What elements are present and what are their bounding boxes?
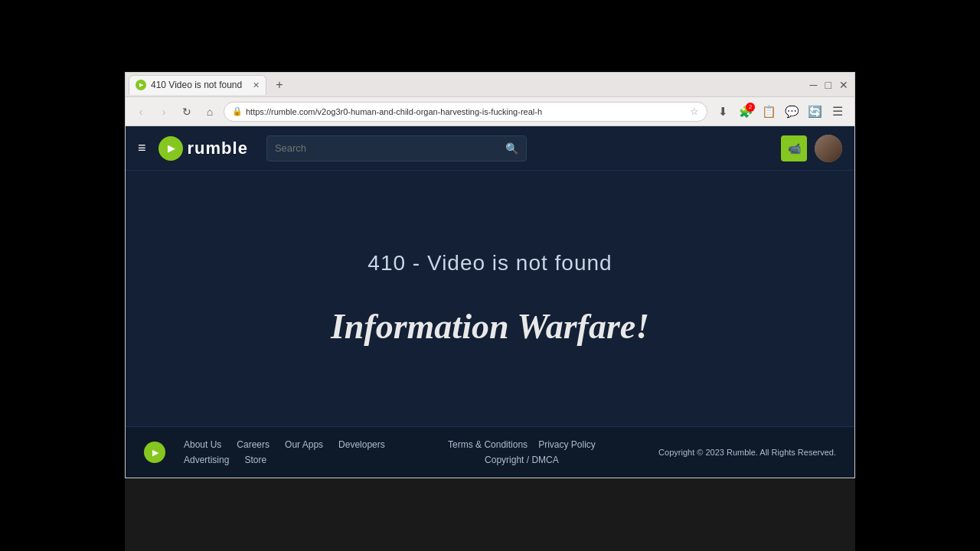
footer-legal: Terms & Conditions Privacy Policy Copyri… <box>448 439 596 465</box>
sync-icon[interactable]: 🔄 <box>804 101 825 122</box>
user-avatar[interactable] <box>815 135 842 162</box>
hamburger-menu[interactable]: ≡ <box>138 140 146 156</box>
privacy-link[interactable]: Privacy Policy <box>538 439 596 450</box>
error-brand-text: Information Warfare! <box>331 306 649 347</box>
legal-row-2: Copyright / DMCA <box>485 455 559 465</box>
home-button[interactable]: ⌂ <box>201 103 219 121</box>
header-actions: 📹 <box>781 135 842 162</box>
avatar-image <box>815 135 842 162</box>
url-text: https://rumble.com/v2og3r0-human-and-chi… <box>246 107 687 116</box>
search-icon: 🔍 <box>505 142 518 155</box>
footer-link-apps[interactable]: Our Apps <box>285 439 323 450</box>
rumble-logo[interactable]: rumble <box>158 136 248 161</box>
tab-close-button[interactable]: ✕ <box>253 80 260 90</box>
extensions-icon[interactable]: 🧩 2 <box>735 101 756 122</box>
close-button[interactable]: ✕ <box>836 77 851 93</box>
rumble-footer: About Us Careers Our Apps Developers Adv… <box>126 426 854 478</box>
footer-link-about[interactable]: About Us <box>184 439 221 450</box>
forward-button[interactable]: › <box>155 103 173 121</box>
tab-favicon <box>136 80 146 90</box>
legal-row-1: Terms & Conditions Privacy Policy <box>448 439 596 450</box>
address-input[interactable]: 🔒 https://rumble.com/v2og3r0-human-and-c… <box>224 102 707 122</box>
footer-row-2: Advertising Store <box>184 455 385 465</box>
footer-links: About Us Careers Our Apps Developers Adv… <box>184 439 385 465</box>
social-icon[interactable]: 💬 <box>781 101 802 122</box>
footer-logo-icon <box>144 442 165 463</box>
footer-link-store[interactable]: Store <box>244 455 266 465</box>
logo-text: rumble <box>188 139 248 158</box>
address-bar: ‹ › ↻ ⌂ 🔒 https://rumble.com/v2og3r0-hum… <box>126 97 854 126</box>
black-bar-left <box>0 0 125 551</box>
footer-row-1: About Us Careers Our Apps Developers <box>184 439 385 450</box>
error-section: 410 - Video is not found Information War… <box>126 171 854 426</box>
search-bar[interactable]: 🔍 <box>266 135 527 161</box>
logo-play-icon <box>158 136 183 161</box>
footer-link-developers[interactable]: Developers <box>338 439 385 450</box>
back-button[interactable]: ‹ <box>132 103 150 121</box>
lock-icon: 🔒 <box>232 106 243 116</box>
black-bar-bottom <box>125 478 855 551</box>
extensions-badge: 2 <box>746 103 755 112</box>
black-bar-right <box>855 0 980 551</box>
rumble-header: ≡ rumble 🔍 📹 <box>126 126 854 171</box>
toolbar-icons: ⬇ 🧩 2 📋 💬 🔄 ☰ <box>712 101 848 122</box>
upload-button[interactable]: 📹 <box>781 135 807 161</box>
footer-link-careers[interactable]: Careers <box>237 439 270 450</box>
black-bar-top <box>125 0 855 72</box>
minimize-button[interactable]: ─ <box>807 77 821 93</box>
footer-link-advertising[interactable]: Advertising <box>184 455 229 465</box>
page-content: ≡ rumble 🔍 📹 410 - Video is not found In… <box>126 126 854 478</box>
browser-window: 410 Video is not found ✕ + ─ □ ✕ ‹ › ↻ ⌂… <box>125 72 855 478</box>
tab-title: 410 Video is not found <box>151 80 242 90</box>
terms-link[interactable]: Terms & Conditions <box>448 439 528 450</box>
search-input[interactable] <box>275 142 499 154</box>
download-icon[interactable]: ⬇ <box>712 101 733 122</box>
copyright-dmca-link[interactable]: Copyright / DMCA <box>485 455 559 465</box>
pocket-icon[interactable]: 📋 <box>758 101 779 122</box>
error-code: 410 - Video is not found <box>368 251 612 276</box>
bookmark-icon[interactable]: ☆ <box>690 106 699 117</box>
footer-copyright: Copyright © 2023 Rumble. All Rights Rese… <box>658 446 836 459</box>
new-tab-button[interactable]: + <box>270 75 289 95</box>
menu-button[interactable]: ☰ <box>827 101 848 122</box>
window-controls: ─ □ ✕ <box>807 77 851 93</box>
title-bar: 410 Video is not found ✕ + ─ □ ✕ <box>126 73 854 97</box>
browser-tab[interactable]: 410 Video is not found ✕ <box>129 75 266 95</box>
refresh-button[interactable]: ↻ <box>178 103 196 121</box>
restore-button[interactable]: □ <box>822 77 835 93</box>
